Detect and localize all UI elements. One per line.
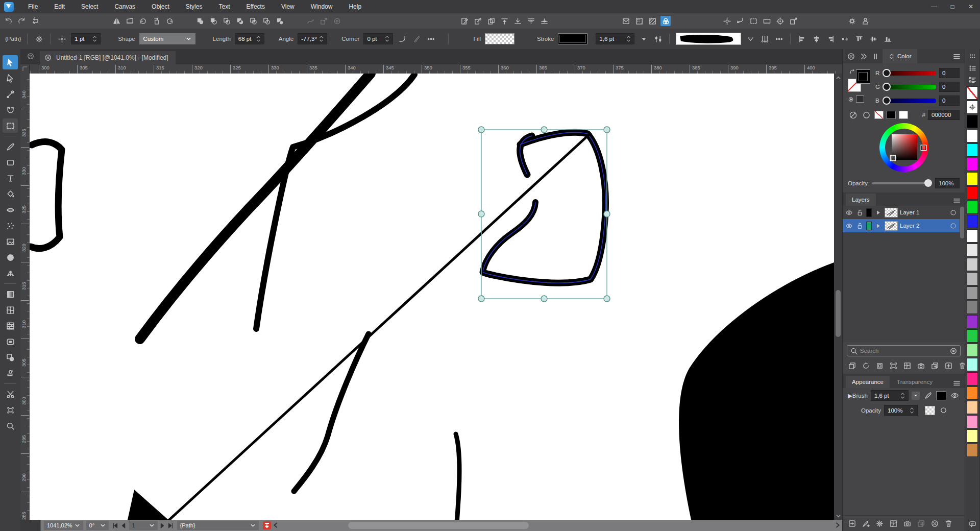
opacity-value[interactable]: 100%: [935, 178, 960, 188]
x-circle-icon[interactable]: [929, 518, 940, 528]
tool-width[interactable]: [3, 203, 18, 217]
repeat-icon[interactable]: [30, 16, 40, 26]
circle-icon[interactable]: [861, 110, 871, 120]
style-gear-icon[interactable]: [34, 34, 44, 44]
length-field[interactable]: 68 pt: [235, 33, 264, 44]
panel-menu-icon[interactable]: [951, 51, 962, 61]
hex-value-field[interactable]: 000000: [928, 110, 960, 120]
tool-text[interactable]: [3, 171, 18, 185]
lock-open-icon[interactable]: [855, 207, 864, 218]
vertical-scrollbar[interactable]: [834, 74, 842, 520]
tool-pattern[interactable]: [3, 319, 18, 333]
pivot-icon[interactable]: [722, 16, 732, 26]
close-button[interactable]: ✕: [962, 0, 980, 13]
tool-marquee[interactable]: [3, 118, 18, 133]
corner-field[interactable]: 0 pt: [363, 33, 393, 44]
palette-swatch[interactable]: [967, 229, 978, 243]
palette-swatch[interactable]: [967, 143, 978, 157]
target-icon[interactable]: [775, 16, 785, 26]
palette-swatch[interactable]: [967, 258, 978, 271]
tab-layers[interactable]: Layers: [846, 194, 876, 206]
close-all-icon[interactable]: [26, 51, 36, 61]
green-slider[interactable]: [884, 85, 936, 89]
palette-swatch[interactable]: [967, 158, 978, 171]
bool-merge-icon[interactable]: [275, 16, 285, 26]
palette-swatch[interactable]: [967, 315, 978, 328]
clear-search-icon[interactable]: [950, 346, 957, 356]
next-page-icon[interactable]: [159, 520, 166, 530]
cap-style-icon[interactable]: [411, 34, 422, 44]
hook-icon[interactable]: [735, 16, 745, 26]
arrange-back-icon[interactable]: [512, 16, 523, 26]
tab-appearance[interactable]: Appearance: [846, 376, 890, 388]
copy-icon[interactable]: [847, 360, 857, 371]
tool-bucket[interactable]: [3, 187, 18, 201]
comment-icon[interactable]: [967, 519, 978, 529]
canvas[interactable]: [30, 74, 834, 520]
menu-styles[interactable]: Styles: [179, 1, 209, 12]
copy-plus-icon[interactable]: [916, 518, 926, 528]
list-badge-icon[interactable]: [967, 63, 978, 73]
saturation-value-square[interactable]: [892, 134, 917, 160]
basis-field[interactable]: 1 pt: [71, 33, 101, 44]
menu-edit[interactable]: Edit: [47, 1, 71, 12]
angle-field[interactable]: -77,3°: [298, 33, 327, 44]
grid-puzzle-icon[interactable]: [888, 518, 898, 528]
tool-magnet[interactable]: [3, 103, 18, 117]
edit-context-dropdown[interactable]: {Path}: [177, 521, 259, 530]
snap-indicator-icon[interactable]: [263, 521, 271, 529]
stroke-options-icon[interactable]: [653, 34, 663, 44]
circle-o-icon[interactable]: [949, 221, 958, 231]
stroke-color-well[interactable]: [856, 69, 870, 84]
menu-text[interactable]: Text: [212, 1, 236, 12]
palette-swatch[interactable]: [967, 387, 978, 400]
tool-node[interactable]: [3, 87, 18, 101]
palette-swatch[interactable]: [967, 344, 978, 357]
tool-select[interactable]: [3, 55, 18, 69]
brush-color-swatch[interactable]: [936, 391, 946, 400]
page-flip-icon[interactable]: [125, 16, 135, 26]
tool-gradient[interactable]: [3, 287, 18, 301]
panel-close-icon[interactable]: [846, 51, 856, 61]
first-page-icon[interactable]: [112, 520, 119, 530]
stroke-width-dropdown-icon[interactable]: [639, 34, 649, 44]
align-bottom-icon[interactable]: [883, 34, 893, 44]
brush-dropdown-icon[interactable]: [912, 392, 920, 400]
prev-page-icon[interactable]: [120, 520, 127, 530]
tool-rect[interactable]: [3, 155, 18, 170]
menu-help[interactable]: Help: [342, 1, 368, 12]
brush-width-field[interactable]: 1,6 pt: [871, 390, 909, 401]
eyedropper-icon[interactable]: [848, 110, 858, 120]
color-wheel[interactable]: [879, 123, 928, 172]
pen-plus-icon[interactable]: [861, 518, 871, 528]
no-color-swatch[interactable]: [874, 111, 884, 119]
frame2-icon[interactable]: [888, 360, 898, 371]
blue-value-field[interactable]: 0: [939, 95, 960, 106]
align-top-icon[interactable]: [854, 34, 864, 44]
shape-dropdown[interactable]: Custom: [139, 33, 195, 44]
tool-blob[interactable]: [3, 250, 18, 264]
circle-icon[interactable]: [938, 405, 948, 416]
tool-scatter[interactable]: [3, 219, 18, 233]
tab-close-icon[interactable]: [43, 53, 53, 63]
expand-right-icon[interactable]: [835, 522, 840, 529]
ruler-origin-button[interactable]: [20, 64, 30, 74]
tab-color[interactable]: Color: [883, 49, 917, 63]
layer-name[interactable]: Layer 2: [900, 223, 947, 229]
brush-tool-icon[interactable]: [923, 391, 933, 401]
palette-swatch[interactable]: [967, 272, 978, 285]
align-node-icon[interactable]: [840, 34, 850, 44]
palette-swatch[interactable]: [967, 172, 978, 185]
horizontal-ruler[interactable]: 3003053103153203253303353403453503553603…: [30, 64, 842, 74]
move-crosshair-icon[interactable]: [57, 34, 67, 44]
plus-box-icon[interactable]: [847, 518, 857, 528]
tool-direct[interactable]: [3, 71, 18, 85]
trash-icon[interactable]: [943, 518, 953, 528]
layer-name[interactable]: Layer 1: [900, 209, 947, 215]
tool-fan[interactable]: [3, 266, 18, 280]
spiral-icon[interactable]: [332, 16, 342, 26]
bool-divide-icon[interactable]: [248, 16, 258, 26]
halftone-icon[interactable]: [634, 16, 644, 26]
rotate-cw-icon[interactable]: [164, 16, 175, 26]
red-slider[interactable]: [884, 71, 936, 76]
